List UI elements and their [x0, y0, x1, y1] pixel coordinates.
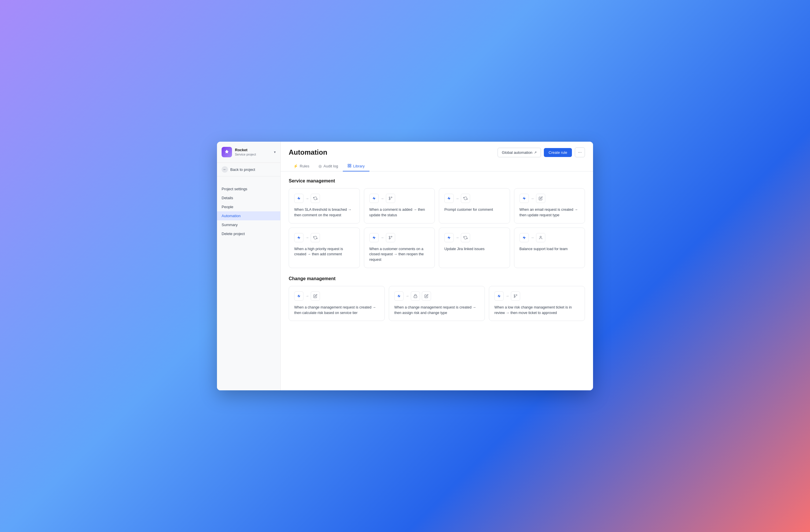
lightning-icon	[444, 194, 454, 203]
service-management-grid: → When SLA threshold is breached → then …	[289, 188, 585, 268]
tab-library[interactable]: Library	[343, 161, 369, 171]
chevron-down-icon: ▾	[274, 150, 276, 154]
more-options-button[interactable]: ···	[575, 148, 585, 157]
lightning-icon	[369, 194, 379, 203]
rules-icon: ⚡	[293, 164, 298, 168]
arrow-icon: →	[531, 235, 534, 240]
card-text: Update Jira linked issues	[444, 246, 504, 252]
svg-point-10	[540, 236, 541, 237]
rule-card-jira-linked[interactable]: → Update Jira linked issues	[439, 228, 510, 268]
sidebar-nav: Project settings Details People Automati…	[217, 176, 280, 243]
rule-card-email-request[interactable]: → When an email request is created → the…	[514, 188, 585, 223]
card-icons: →	[294, 233, 354, 242]
svg-rect-11	[414, 296, 417, 298]
arrow-icon: →	[380, 235, 384, 240]
card-text: When a high priority request is created …	[294, 246, 354, 257]
lightning-icon	[520, 194, 529, 203]
arrow-icon: →	[405, 294, 409, 298]
lightning-icon	[495, 292, 504, 301]
user-icon	[536, 233, 545, 242]
card-icons: →	[444, 233, 504, 242]
arrow-icon: →	[505, 294, 509, 298]
arrow-icon: →	[531, 196, 534, 201]
rule-card-assign-risk[interactable]: → When a change management request is cr…	[389, 286, 485, 321]
card-icons: →	[444, 194, 504, 203]
svg-rect-0	[348, 164, 349, 165]
lightning-icon	[394, 292, 404, 301]
svg-point-8	[389, 236, 390, 237]
sidebar-item-delete-project[interactable]: Delete project	[217, 229, 280, 238]
sidebar-item-automation[interactable]: Automation	[217, 211, 280, 220]
lightning-icon	[294, 292, 304, 301]
arrow-icon: →	[305, 196, 309, 201]
sidebar-item-project-settings[interactable]: Project settings	[217, 184, 280, 194]
card-text: When a change management request is crea…	[394, 305, 479, 316]
svg-point-6	[391, 197, 392, 198]
card-icons: →	[369, 194, 430, 203]
branch-icon	[511, 292, 520, 301]
rule-card-balance-support[interactable]: → Balance support load for team	[514, 228, 585, 268]
card-icons: →	[394, 292, 479, 301]
external-link-icon: ↗	[534, 151, 537, 154]
lock-icon	[411, 292, 420, 301]
rule-card-high-priority[interactable]: → When a high priority request is create…	[289, 228, 360, 268]
card-icons: →	[294, 194, 354, 203]
card-text: Prompt customer for comment	[444, 207, 504, 213]
svg-rect-1	[350, 164, 351, 165]
branch-icon	[386, 233, 395, 242]
sidebar: Rocket Service project ▾ ← Back to proje…	[217, 142, 280, 390]
card-icons: →	[495, 292, 580, 301]
svg-point-9	[391, 236, 392, 237]
card-text: When a change management request is crea…	[294, 305, 379, 316]
sidebar-item-people[interactable]: People	[217, 202, 280, 211]
rule-card-sla[interactable]: → When SLA threshold is breached → then …	[289, 188, 360, 223]
rule-card-prompt-customer[interactable]: → Prompt customer for comment	[439, 188, 510, 223]
global-automation-button[interactable]: Global automation ↗	[498, 148, 541, 157]
header-actions: Global automation ↗ Create rule ···	[498, 148, 585, 157]
rule-card-low-risk[interactable]: → When a low risk change management tick…	[489, 286, 585, 321]
tab-audit-log[interactable]: ◎ Audit log	[314, 162, 343, 171]
arrow-icon: →	[380, 196, 384, 201]
lightning-icon	[294, 233, 304, 242]
arrow-icon: →	[305, 235, 309, 240]
svg-rect-3	[350, 166, 351, 167]
card-text: When SLA threshold is breached → then co…	[294, 207, 354, 218]
card-text: When a customer comments on a closed req…	[369, 246, 430, 263]
main-content: Automation Global automation ↗ Create ru…	[280, 142, 593, 390]
sidebar-item-summary[interactable]: Summary	[217, 220, 280, 229]
main-header: Automation Global automation ↗ Create ru…	[280, 142, 593, 157]
card-icons: →	[520, 233, 580, 242]
rule-card-customer-comments[interactable]: → When a customer comments on a closed r…	[364, 228, 435, 268]
sidebar-item-details[interactable]: Details	[217, 194, 280, 202]
project-info: Rocket Service project	[235, 148, 271, 156]
refresh-icon	[311, 233, 320, 242]
lightning-icon	[294, 194, 304, 203]
card-icons: →	[369, 233, 430, 242]
back-to-project-link[interactable]: ← Back to project	[217, 163, 280, 176]
svg-point-14	[516, 295, 517, 296]
card-icons: →	[294, 292, 379, 301]
rule-card-comment-status[interactable]: → When a comment is added → then update …	[364, 188, 435, 223]
lightning-icon	[369, 233, 379, 242]
project-selector[interactable]: Rocket Service project ▾	[217, 142, 280, 163]
svg-point-12	[514, 297, 515, 298]
change-management-title: Change management	[289, 276, 585, 281]
tab-rules[interactable]: ⚡ Rules	[289, 162, 314, 171]
page-title: Automation	[289, 148, 327, 156]
edit-icon-2	[422, 292, 431, 301]
library-icon	[347, 164, 352, 169]
change-management-section: Change management → W	[289, 276, 585, 321]
create-rule-button[interactable]: Create rule	[544, 148, 572, 157]
branch-icon	[386, 194, 395, 203]
project-name: Rocket	[235, 148, 271, 152]
arrow-icon: →	[305, 294, 309, 298]
tabs: ⚡ Rules ◎ Audit log Library	[280, 157, 593, 171]
change-management-grid: → When a change management request is cr…	[289, 286, 585, 321]
rule-card-calc-risk[interactable]: → When a change management request is cr…	[289, 286, 385, 321]
svg-point-7	[389, 238, 390, 239]
refresh-icon	[311, 194, 320, 203]
card-text: When an email request is created → then …	[520, 207, 580, 218]
card-icons: →	[520, 194, 580, 203]
lightning-icon	[520, 233, 529, 242]
edit-icon	[311, 292, 320, 301]
